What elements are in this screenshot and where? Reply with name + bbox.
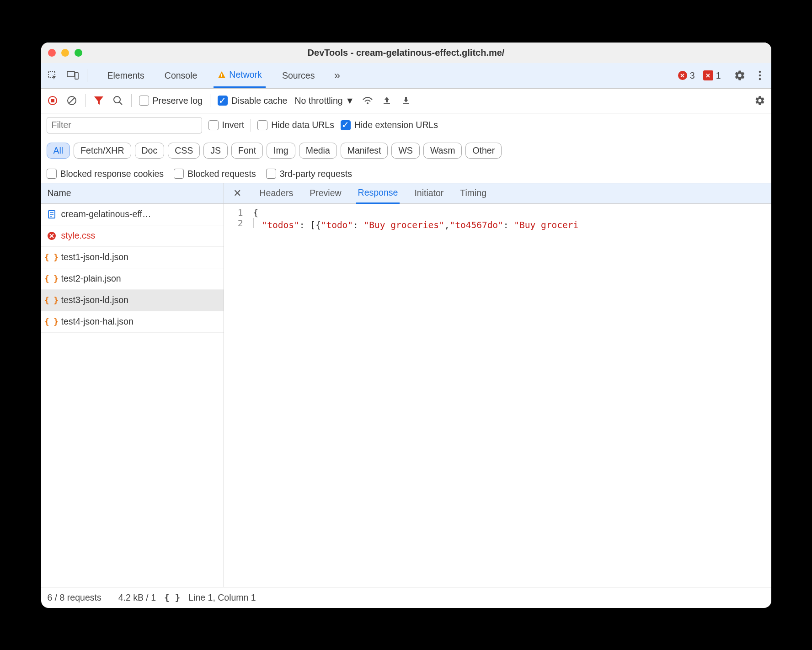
pretty-print-icon[interactable]: { } <box>164 592 180 603</box>
close-detail-icon[interactable]: ✕ <box>230 187 245 199</box>
checkbox-icon <box>208 120 219 130</box>
tab-sources[interactable]: Sources <box>278 63 319 88</box>
request-item[interactable]: { }test3-json-ld.json <box>41 290 224 311</box>
dtab-response[interactable]: Response <box>356 183 400 204</box>
chip-font[interactable]: Font <box>231 143 263 159</box>
chip-media[interactable]: Media <box>299 143 337 159</box>
request-item[interactable]: { }test2-plain.json <box>41 268 224 290</box>
response-body[interactable]: 1 { 2 "todos": [{"todo": "Buy groceries"… <box>224 204 771 587</box>
checkbox-icon <box>139 96 149 106</box>
checkbox-icon <box>47 169 57 179</box>
disable-cache-checkbox[interactable]: ✓ Disable cache <box>218 96 287 106</box>
tab-network[interactable]: Network <box>214 63 266 88</box>
inspect-icon[interactable] <box>47 70 59 81</box>
network-settings-icon[interactable] <box>754 95 766 106</box>
filter-input[interactable] <box>47 117 202 133</box>
json-icon: { } <box>47 317 57 326</box>
clear-icon[interactable] <box>66 96 78 106</box>
checkbox-icon <box>266 169 276 179</box>
dtab-initiator[interactable]: Initiator <box>412 183 445 203</box>
svg-rect-3 <box>221 74 222 76</box>
error-icon <box>47 231 57 240</box>
request-item[interactable]: style.css <box>41 225 224 247</box>
json-icon: { } <box>47 253 57 262</box>
panel-tabs: Elements Console Network Sources » <box>104 63 343 88</box>
sidebar-header[interactable]: Name <box>41 183 224 204</box>
filter-bar: Invert Hide data URLs ✓Hide extension UR… <box>41 113 771 183</box>
svg-rect-2 <box>75 73 78 79</box>
checkbox-checked-icon: ✓ <box>341 120 351 130</box>
request-name: test4-json-hal.json <box>61 316 134 327</box>
download-icon[interactable] <box>400 96 412 106</box>
chevron-down-icon: ▼ <box>346 96 354 106</box>
hide-data-urls-checkbox[interactable]: Hide data URLs <box>257 120 334 130</box>
issue-square-icon: ✕ <box>703 70 713 80</box>
dtab-timing[interactable]: Timing <box>458 183 488 203</box>
chip-wasm[interactable]: Wasm <box>423 143 462 159</box>
network-toolbar: Preserve log ✓ Disable cache No throttli… <box>41 89 771 113</box>
status-bar: 6 / 8 requests 4.2 kB / 1 { } Line 1, Co… <box>41 587 771 608</box>
json-icon: { } <box>47 296 57 305</box>
devtools-window: DevTools - cream-gelatinous-effect.glitc… <box>41 43 771 608</box>
kebab-menu-icon[interactable] <box>754 70 766 80</box>
issue-count[interactable]: ✕ 1 <box>703 70 721 81</box>
device-toggle-icon[interactable] <box>67 70 79 80</box>
svg-rect-9 <box>51 99 54 102</box>
status-requests: 6 / 8 requests <box>48 592 102 603</box>
svg-point-14 <box>367 102 369 104</box>
request-name: test3-json-ld.json <box>61 295 128 305</box>
chip-img[interactable]: Img <box>267 143 295 159</box>
dtab-preview[interactable]: Preview <box>308 183 343 203</box>
chip-js[interactable]: JS <box>203 143 228 159</box>
blocked-requests-checkbox[interactable]: Blocked requests <box>174 169 256 179</box>
chip-ws[interactable]: WS <box>391 143 419 159</box>
window-title: DevTools - cream-gelatinous-effect.glitc… <box>41 48 771 58</box>
checkbox-icon <box>174 169 184 179</box>
filter-icon[interactable] <box>93 96 105 105</box>
svg-line-13 <box>119 102 122 105</box>
search-icon[interactable] <box>112 96 124 106</box>
content-area: Name cream-gelatinous-eff…style.css{ }te… <box>41 183 771 587</box>
svg-rect-16 <box>403 103 409 104</box>
warning-icon <box>217 70 226 80</box>
main-toolbar: Elements Console Network Sources » ✕ 3 ✕… <box>41 63 771 89</box>
error-count[interactable]: ✕ 3 <box>678 70 695 81</box>
more-tabs-icon[interactable]: » <box>331 63 343 88</box>
request-name: style.css <box>61 230 96 241</box>
third-party-checkbox[interactable]: 3rd-party requests <box>266 169 352 179</box>
divider <box>251 119 251 132</box>
chip-manifest[interactable]: Manifest <box>341 143 388 159</box>
titlebar: DevTools - cream-gelatinous-effect.glitc… <box>41 43 771 63</box>
svg-point-12 <box>114 96 120 103</box>
dtab-headers[interactable]: Headers <box>258 183 295 203</box>
detail-panel: ✕ Headers Preview Response Initiator Tim… <box>224 183 771 587</box>
chip-doc[interactable]: Doc <box>135 143 165 159</box>
throttling-dropdown[interactable]: No throttling ▼ <box>294 96 354 106</box>
blocked-cookies-checkbox[interactable]: Blocked response cookies <box>47 169 164 179</box>
svg-rect-15 <box>384 103 390 104</box>
request-name: test1-json-ld.json <box>61 252 128 262</box>
network-conditions-icon[interactable] <box>362 96 374 105</box>
invert-checkbox[interactable]: Invert <box>208 120 245 130</box>
chip-css[interactable]: CSS <box>168 143 200 159</box>
tab-console[interactable]: Console <box>161 63 201 88</box>
block-filters: Blocked response cookies Blocked request… <box>47 169 766 179</box>
record-button[interactable] <box>47 96 59 106</box>
request-item[interactable]: { }test4-json-hal.json <box>41 311 224 333</box>
preserve-log-checkbox[interactable]: Preserve log <box>139 96 203 106</box>
request-item[interactable]: cream-gelatinous-eff… <box>41 204 224 225</box>
svg-line-11 <box>69 98 75 103</box>
request-item[interactable]: { }test1-json-ld.json <box>41 247 224 268</box>
chip-fetch-xhr[interactable]: Fetch/XHR <box>74 143 131 159</box>
checkbox-icon <box>257 120 267 130</box>
upload-icon[interactable] <box>381 96 393 106</box>
svg-point-6 <box>759 75 761 77</box>
checkbox-checked-icon: ✓ <box>218 96 228 106</box>
hide-extension-urls-checkbox[interactable]: ✓Hide extension URLs <box>341 120 438 130</box>
chip-other[interactable]: Other <box>465 143 502 159</box>
tab-elements[interactable]: Elements <box>104 63 148 88</box>
chip-all[interactable]: All <box>47 143 70 159</box>
divider <box>87 69 87 82</box>
svg-point-7 <box>759 78 761 80</box>
settings-icon[interactable] <box>734 69 746 81</box>
